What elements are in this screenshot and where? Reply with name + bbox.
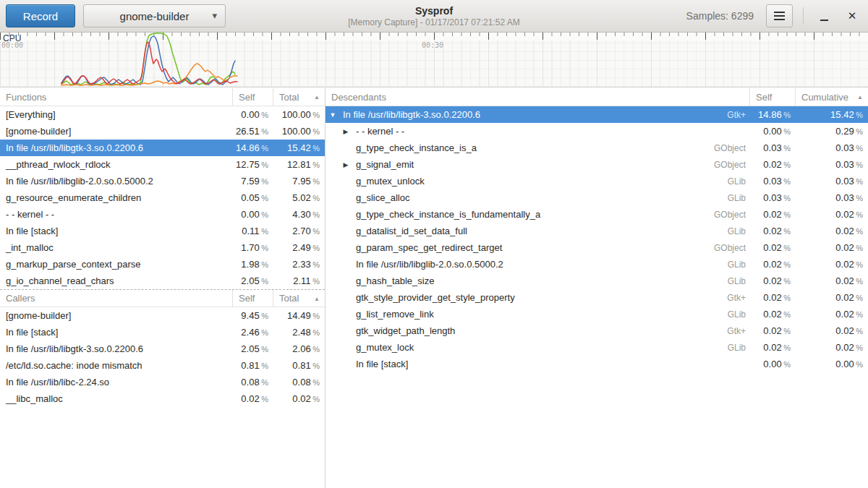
descendant-row[interactable]: g_param_spec_get_redirect_targetGObject0… (326, 239, 868, 256)
function-row[interactable]: In file /usr/lib/libglib-2.0.so.0.5000.2… (0, 173, 325, 189)
descendant-row[interactable]: g_mutex_unlockGLib0.03 %0.03 % (326, 173, 868, 189)
process-selector[interactable]: gnome-builder ▾ (83, 4, 226, 27)
descendants-cumulative-column-header[interactable]: Cumulative ▲ (796, 88, 868, 106)
row-label: - - kernel - - (352, 126, 746, 137)
sort-ascending-icon: ▲ (314, 296, 320, 302)
cumulative-percent: 0.03 % (796, 192, 868, 203)
descendant-row[interactable]: In file [stack]0.00 %0.00 % (326, 356, 868, 372)
row-label: g_mutex_lock (352, 342, 728, 353)
library-badge: Gtk+ (727, 110, 750, 120)
cumulative-percent: 0.02 % (796, 342, 868, 353)
self-percent: 0.08 % (233, 377, 273, 388)
descendant-row[interactable]: g_type_check_instance_is_aGObject0.03 %0… (326, 140, 868, 156)
total-percent: 0.02 % (273, 393, 325, 404)
caller-row[interactable]: In file /usr/lib/libc-2.24.so0.08 %0.08 … (0, 374, 325, 390)
descendant-row[interactable]: g_datalist_id_set_data_fullGLib0.02 %0.0… (326, 223, 868, 239)
cumulative-percent: 0.02 % (796, 259, 868, 270)
descendant-row[interactable]: ▶g_signal_emitGObject0.02 %0.03 % (326, 156, 868, 173)
self-percent: 0.81 % (233, 360, 273, 371)
function-row[interactable]: In file /usr/lib/libgtk-3.so.0.2200.614.… (0, 140, 325, 156)
descendant-row[interactable]: g_mutex_lockGLib0.02 %0.02 % (326, 339, 868, 356)
self-percent: 0.02 % (750, 309, 796, 320)
descendant-row[interactable]: g_type_check_instance_is_fundamentally_a… (326, 206, 868, 223)
function-row[interactable]: _int_malloc1.70 %2.49 % (0, 239, 325, 256)
function-row[interactable]: g_resource_enumerate_children0.05 %5.02 … (0, 189, 325, 206)
row-label: In file /usr/lib/libglib-2.0.so.0.5000.2 (1, 176, 233, 187)
caller-row[interactable]: In file [stack]2.46 %2.48 % (0, 324, 325, 341)
expander-icon[interactable]: ▼ (327, 111, 339, 119)
descendant-row[interactable]: ▶- - kernel - -0.00 %0.29 % (326, 123, 868, 140)
total-percent: 4.30 % (273, 209, 325, 220)
cumulative-percent: 0.02 % (796, 209, 868, 220)
hamburger-icon (774, 12, 785, 20)
total-percent: 100.00 % (273, 109, 325, 120)
close-icon: ✕ (848, 9, 857, 22)
descendants-column-header[interactable]: Descendants (326, 88, 750, 106)
cpu-graph[interactable]: CPU 00:00 00:30 (0, 33, 868, 87)
library-badge: GLib (728, 343, 750, 353)
self-percent: 12.75 % (233, 159, 273, 170)
library-badge: GLib (728, 260, 750, 270)
library-badge: Gtk+ (727, 293, 750, 303)
callers-self-column-header[interactable]: Self (233, 290, 273, 307)
function-row[interactable]: [Everything]0.00 %100.00 % (0, 106, 325, 123)
callers-column-header[interactable]: Callers (0, 290, 233, 307)
caller-row[interactable]: [gnome-builder]9.45 %14.49 % (0, 307, 325, 324)
caller-row[interactable]: __libc_malloc0.02 %0.02 % (0, 390, 325, 407)
callers-table: [gnome-builder]9.45 %14.49 %In file [sta… (0, 307, 325, 407)
row-label: g_markup_parse_context_parse (1, 259, 233, 270)
descendant-row[interactable]: g_slice_allocGLib0.03 %0.03 % (326, 189, 868, 206)
functions-column-header[interactable]: Functions (0, 88, 233, 106)
minimize-button[interactable] (814, 6, 834, 26)
row-label: g_io_channel_read_chars (1, 275, 233, 286)
function-row[interactable]: g_markup_parse_context_parse1.98 %2.33 % (0, 256, 325, 273)
expander-icon[interactable]: ▶ (340, 128, 352, 135)
functions-total-column-header[interactable]: Total ▲ (273, 88, 325, 106)
row-label: __pthread_rwlock_rdlock (1, 159, 233, 170)
row-label: g_datalist_id_set_data_full (352, 226, 728, 236)
functions-self-column-header[interactable]: Self (233, 88, 273, 106)
library-badge: GLib (728, 226, 750, 236)
caller-row[interactable]: In file /usr/lib/libgtk-3.so.0.2200.62.0… (0, 341, 325, 357)
function-row[interactable]: [gnome-builder]26.51 %100.00 % (0, 123, 325, 140)
window-subtitle: [Memory Capture] - 01/17/2017 07:21:52 A… (348, 17, 519, 27)
row-label: - - kernel - - (1, 209, 233, 220)
row-label: In file [stack] (1, 327, 233, 338)
descendant-row[interactable]: g_list_remove_linkGLib0.02 %0.02 % (326, 306, 868, 322)
descendant-row[interactable]: In file /usr/lib/libglib-2.0.so.0.5000.2… (326, 256, 868, 273)
expander-icon[interactable]: ▶ (340, 161, 352, 168)
row-label: gtk_style_provider_get_style_property (352, 292, 727, 303)
callers-total-column-header[interactable]: Total ▲ (273, 290, 325, 307)
descendants-self-column-header[interactable]: Self (750, 88, 796, 106)
minimize-icon (820, 20, 828, 21)
self-percent: 0.00 % (750, 359, 796, 369)
row-label: In file /usr/lib/libgtk-3.so.0.2200.6 (1, 343, 233, 354)
total-percent: 7.95 % (273, 176, 325, 187)
library-badge: GObject (714, 143, 750, 153)
function-row[interactable]: - - kernel - -0.00 %4.30 % (0, 206, 325, 223)
descendant-row[interactable]: g_hash_table_sizeGLib0.02 %0.02 % (326, 273, 868, 289)
row-label: g_type_check_instance_is_fundamentally_a (352, 209, 714, 220)
caller-row[interactable]: /etc/ld.so.cache: inode mismatch0.81 %0.… (0, 357, 325, 374)
descendant-row[interactable]: ▼In file /usr/lib/libgtk-3.so.0.2200.6Gt… (326, 106, 868, 123)
cumulative-percent: 0.02 % (796, 292, 868, 303)
library-badge: GObject (714, 160, 750, 170)
descendant-row[interactable]: gtk_style_provider_get_style_propertyGtk… (326, 289, 868, 306)
self-percent: 0.03 % (750, 192, 796, 203)
record-button[interactable]: Record (6, 4, 75, 27)
cumulative-percent: 0.00 % (796, 359, 868, 369)
cumulative-percent: 0.02 % (796, 242, 868, 253)
row-label: _int_malloc (1, 242, 233, 253)
menu-button[interactable] (766, 4, 793, 27)
total-percent: 2.70 % (273, 226, 325, 236)
library-badge: Gtk+ (727, 326, 750, 336)
close-button[interactable]: ✕ (842, 6, 862, 26)
function-row[interactable]: In file [stack]0.11 %2.70 % (0, 223, 325, 239)
function-row[interactable]: g_io_channel_read_chars2.05 %2.11 % (0, 273, 325, 289)
cumulative-percent: 0.03 % (796, 142, 868, 153)
function-row[interactable]: __pthread_rwlock_rdlock12.75 %12.81 % (0, 156, 325, 173)
self-percent: 0.05 % (233, 192, 273, 203)
row-label: g_signal_emit (352, 159, 714, 170)
self-percent: 0.00 % (750, 126, 796, 137)
descendant-row[interactable]: gtk_widget_path_lengthGtk+0.02 %0.02 % (326, 322, 868, 339)
